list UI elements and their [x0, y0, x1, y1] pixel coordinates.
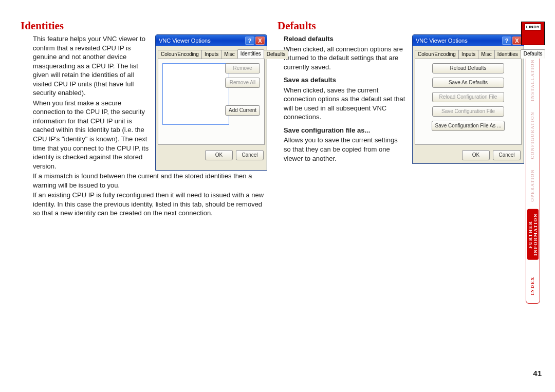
reload-defaults-body: When clicked, all connection options are…	[284, 45, 406, 72]
tab-strip: Colour/Encoding Inputs Misc Identities D…	[156, 46, 267, 59]
tab-misc[interactable]: Misc	[221, 50, 238, 59]
identities-p1: This feature helps your VNC viewer to co…	[21, 34, 149, 98]
vnc-options-identities-window: VNC Viewer Options ? X Colour/Encoding I…	[155, 34, 267, 171]
save-as-defaults-title: Save as defaults	[284, 76, 406, 85]
tab-misc[interactable]: Misc	[478, 50, 495, 59]
identities-section: Identities This feature helps your VNC v…	[21, 20, 267, 218]
close-button[interactable]: X	[255, 36, 265, 45]
ok-button[interactable]: OK	[462, 150, 490, 160]
tab-identities[interactable]: Identities	[494, 50, 521, 59]
defaults-heading: Defaults	[278, 20, 524, 32]
nav-further-information[interactable]: FURTHER INFORMATION	[527, 209, 539, 260]
window-titlebar: VNC Viewer Options ? X	[156, 35, 267, 46]
page-number: 41	[533, 369, 542, 378]
reload-defaults-button[interactable]: Reload Defaults	[432, 63, 504, 73]
tab-defaults[interactable]: Defaults	[264, 50, 289, 59]
lindy-logo: LINDY	[521, 22, 545, 45]
nav-index[interactable]: INDEX	[530, 273, 535, 298]
tab-inputs[interactable]: Inputs	[201, 50, 221, 59]
identities-p2: When you first make a secure connection …	[21, 99, 149, 171]
tab-inputs[interactable]: Inputs	[458, 50, 478, 59]
tab-defaults[interactable]: Defaults	[521, 49, 546, 59]
reload-config-file-button[interactable]: Reload Configuration File	[432, 92, 504, 102]
vnc-options-defaults-window: VNC Viewer Options ? X Colour/Encoding I…	[412, 34, 524, 164]
tab-identities[interactable]: Identities	[237, 49, 264, 59]
tab-strip: Colour/Encoding Inputs Misc Identities D…	[413, 46, 524, 59]
help-button[interactable]: ?	[245, 36, 254, 45]
nav-installation[interactable]: INSTALLATION	[530, 56, 535, 104]
close-button[interactable]: X	[512, 36, 522, 45]
cancel-button[interactable]: Cancel	[493, 150, 521, 160]
nav-configuration[interactable]: CONFIGURATION	[530, 108, 535, 162]
window-titlebar: VNC Viewer Options ? X	[413, 35, 524, 46]
nav-operation[interactable]: OPERATION	[530, 166, 535, 205]
help-button[interactable]: ?	[502, 36, 511, 45]
add-current-button[interactable]: Add Current	[225, 105, 260, 116]
remove-button[interactable]: Remove	[225, 63, 260, 73]
save-config-as-title: Save configuration file as...	[284, 126, 406, 135]
remove-all-button[interactable]: Remove All	[225, 78, 260, 88]
defaults-tab-panel: Reload Defaults Save As Defaults Reload …	[415, 59, 522, 145]
tab-colour-encoding[interactable]: Colour/Encoding	[158, 50, 202, 59]
identities-list[interactable]	[162, 63, 229, 125]
window-title: VNC Viewer Options	[159, 38, 211, 44]
save-config-file-as-button[interactable]: Save Configuration File As ...	[432, 121, 505, 131]
save-config-as-body: Allows you to save the current settings …	[284, 136, 406, 163]
side-navigation: LINDY INSTALLATION CONFIGURATION OPERATI…	[521, 22, 545, 304]
identities-tab-panel: Remove Remove All Add Current	[158, 59, 265, 145]
window-title: VNC Viewer Options	[416, 38, 468, 44]
identities-p4: If an existing CPU IP is fully reconfigu…	[21, 191, 267, 218]
save-as-defaults-body: When clicked, saves the current connecti…	[284, 86, 406, 122]
defaults-section: Defaults Reload defaults When clicked, a…	[278, 20, 524, 218]
ok-button[interactable]: OK	[205, 150, 233, 160]
identities-p3: If a mismatch is found between the curre…	[21, 172, 267, 190]
save-config-file-button[interactable]: Save Configuration File	[432, 106, 504, 117]
cancel-button[interactable]: Cancel	[236, 150, 264, 160]
save-as-defaults-button[interactable]: Save As Defaults	[432, 78, 504, 88]
identities-heading: Identities	[21, 20, 267, 32]
reload-defaults-title: Reload defaults	[284, 34, 406, 44]
tab-colour-encoding[interactable]: Colour/Encoding	[415, 50, 459, 59]
